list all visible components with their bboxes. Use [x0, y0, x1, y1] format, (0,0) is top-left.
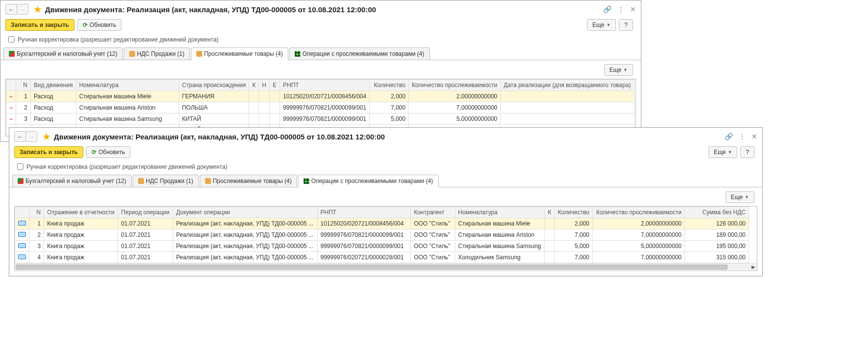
- col-qty[interactable]: Количество: [370, 80, 409, 91]
- help-button[interactable]: ?: [740, 146, 754, 158]
- register-icon: [138, 178, 144, 184]
- manual-edit-row: Ручная корректировка (разрешает редактир…: [0, 33, 641, 47]
- window-title: Движения документа: Реализация (акт, нак…: [54, 133, 725, 141]
- refresh-button[interactable]: ⟳Обновить: [86, 146, 130, 158]
- table-row[interactable]: –1РасходСтиральная машина MieleГЕРМАНИЯ1…: [6, 91, 634, 102]
- accounting-icon: [18, 178, 23, 184]
- tab-accounting[interactable]: Бухгалтерский и налоговый учет (12): [3, 47, 123, 60]
- save-close-button[interactable]: Записать и закрыть: [14, 146, 83, 158]
- close-icon[interactable]: ✕: [751, 133, 757, 140]
- refresh-icon: ⟳: [92, 149, 96, 156]
- manual-edit-checkbox[interactable]: [17, 163, 23, 170]
- favorite-star-icon[interactable]: ★: [42, 131, 51, 142]
- col-period[interactable]: Период операции: [118, 207, 173, 218]
- tab-accounting[interactable]: Бухгалтерский и налоговый учет (12): [12, 175, 132, 187]
- nav-back-button[interactable]: ←: [14, 131, 26, 142]
- manual-edit-label: Ручная корректировка (разрешает редактир…: [26, 163, 227, 170]
- table-row[interactable]: 4Книга продаж01.07.2021Реализация (акт, …: [15, 252, 749, 263]
- col-move-type[interactable]: Вид движения: [31, 80, 76, 91]
- col-k[interactable]: К: [544, 207, 554, 218]
- col-n[interactable]: N: [29, 207, 44, 218]
- tab-traceable[interactable]: Прослеживаемые товары (4): [200, 175, 297, 187]
- register-icon: [129, 51, 135, 57]
- toolbar: Записать и закрыть ⟳Обновить Еще▼ ?: [0, 17, 641, 33]
- tab-vat[interactable]: НДС Продажи (1): [133, 175, 199, 187]
- chevron-down-icon: ▼: [727, 150, 732, 155]
- table-row[interactable]: –2РасходСтиральная машина AristonПОЛЬША9…: [6, 102, 634, 114]
- link-icon[interactable]: 🔗: [725, 133, 733, 140]
- save-close-button[interactable]: Записать и закрыть: [5, 19, 74, 31]
- col-rnpt[interactable]: РНПТ: [280, 80, 369, 91]
- col-nomenclature[interactable]: Номенклатура: [455, 207, 544, 218]
- inner-more-button[interactable]: Еще▼: [604, 64, 633, 76]
- more-button[interactable]: Еще▼: [708, 146, 737, 158]
- manual-edit-label: Ручная корректировка (разрешает редактир…: [18, 36, 218, 43]
- table-row[interactable]: 2Книга продаж01.07.2021Реализация (акт, …: [15, 229, 749, 241]
- link-icon[interactable]: 🔗: [603, 5, 611, 13]
- register-icon: [196, 51, 202, 57]
- window-title: Движения документа: Реализация (акт, нак…: [45, 5, 603, 14]
- expense-icon: –: [6, 102, 16, 114]
- refresh-button[interactable]: ⟳Обновить: [77, 19, 121, 31]
- titlebar: ← → ★ Движения документа: Реализация (ак…: [9, 128, 762, 144]
- chevron-down-icon: ▼: [623, 68, 628, 72]
- toolbar: Записать и закрыть ⟳Обновить Еще▼ ?: [9, 144, 762, 160]
- kebab-menu-icon[interactable]: ⋮: [617, 5, 624, 13]
- col-doc[interactable]: Документ операции: [173, 207, 317, 218]
- manual-edit-row: Ручная корректировка (разрешает редактир…: [9, 160, 762, 174]
- col-qty-trace[interactable]: Количество прослеживаемости: [409, 80, 501, 91]
- tab-traceable[interactable]: Прослеживаемые товары (4): [191, 47, 288, 60]
- table-row[interactable]: 1Книга продаж01.07.2021Реализация (акт, …: [15, 218, 749, 229]
- nav-forward-button[interactable]: →: [25, 131, 37, 142]
- tab-vat[interactable]: НДС Продажи (1): [124, 47, 190, 60]
- favorite-star-icon[interactable]: ★: [33, 3, 42, 15]
- col-agent[interactable]: Контрагент: [411, 207, 455, 218]
- chevron-down-icon: ▼: [606, 23, 610, 27]
- refresh-icon: ⟳: [83, 22, 88, 28]
- tabs: Бухгалтерский и налоговый учет (12) НДС …: [9, 174, 762, 187]
- help-button[interactable]: ?: [619, 19, 633, 31]
- kebab-menu-icon[interactable]: ⋮: [739, 133, 746, 140]
- more-button[interactable]: Еще▼: [587, 19, 616, 31]
- inner-more-button[interactable]: Еще▼: [726, 191, 754, 203]
- col-report[interactable]: Отражение в отчетности: [44, 207, 118, 218]
- tab-operations[interactable]: Операции с прослеживаемыми товарами (4): [298, 175, 439, 187]
- operation-icon: [15, 241, 29, 252]
- nav-forward-button[interactable]: →: [17, 4, 28, 15]
- chevron-down-icon: ▼: [745, 195, 749, 200]
- accounting-icon: [9, 51, 15, 57]
- col-qty[interactable]: Количество: [554, 207, 592, 218]
- horizontal-scrollbar[interactable]: ▶: [15, 263, 757, 270]
- register-icon: [205, 178, 211, 184]
- col-rnpt[interactable]: РНПТ: [317, 207, 411, 218]
- operation-icon: [15, 229, 29, 241]
- table-icon: [304, 178, 309, 184]
- table-row[interactable]: –3РасходСтиральная машина SamsungКИТАЙ99…: [6, 114, 634, 125]
- operation-icon: [15, 218, 29, 229]
- manual-edit-checkbox[interactable]: [8, 36, 15, 43]
- titlebar: ← → ★ Движения документа: Реализация (ак…: [0, 0, 641, 17]
- col-country[interactable]: Страна происхождения: [179, 80, 249, 91]
- col-qty-trace[interactable]: Количество прослеживаемости: [592, 207, 685, 218]
- operation-icon: [15, 252, 29, 263]
- tabs: Бухгалтерский и налоговый учет (12) НДС …: [0, 47, 641, 60]
- col-k[interactable]: К: [249, 80, 259, 91]
- table-row[interactable]: 3Книга продаж01.07.2021Реализация (акт, …: [15, 241, 749, 252]
- col-e[interactable]: Е: [269, 80, 280, 91]
- tab-operations[interactable]: Операции с прослеживаемыми товарами (4): [289, 47, 430, 60]
- col-n[interactable]: N: [16, 80, 31, 91]
- col-nomenclature[interactable]: Номенклатура: [76, 80, 179, 91]
- tab-body: Еще▼ N Отражение в отчетности Период опе…: [9, 187, 762, 276]
- table-operations[interactable]: N Отражение в отчетности Период операции…: [14, 206, 757, 271]
- window-traceable-goods: ← → ★ Движения документа: Реализация (ак…: [0, 0, 641, 142]
- col-n2[interactable]: Н: [259, 80, 270, 91]
- window-traceable-operations: ← → ★ Движения документа: Реализация (ак…: [9, 127, 763, 276]
- col-sum[interactable]: Сумма без НДС: [685, 207, 749, 218]
- table-icon: [295, 51, 301, 57]
- col-date[interactable]: Дата реализации (для возвращаемого товар…: [500, 80, 634, 91]
- close-icon[interactable]: ✕: [630, 5, 636, 13]
- expense-icon: –: [6, 114, 16, 125]
- nav-back-button[interactable]: ←: [5, 4, 17, 15]
- expense-icon: –: [6, 91, 16, 102]
